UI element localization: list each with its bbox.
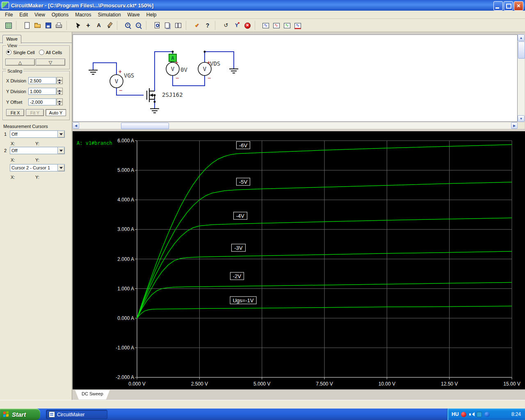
transistor-label: 2SJ162 xyxy=(162,91,183,98)
fit-x-button[interactable]: Fit X xyxy=(6,109,24,116)
scroll-up-icon[interactable]: ▲ xyxy=(518,34,525,41)
junction-button[interactable] xyxy=(83,21,93,30)
zoom-out-button[interactable] xyxy=(134,21,144,30)
wave-a-button[interactable] xyxy=(261,21,271,30)
stepper-up-icon[interactable] xyxy=(57,77,63,80)
cursor2-select[interactable]: Off xyxy=(10,147,65,154)
curve-label[interactable]: -6V xyxy=(236,141,250,149)
menu-item-options[interactable]: Options xyxy=(48,11,72,18)
language-indicator[interactable]: HU xyxy=(452,411,459,417)
stepper-down-icon[interactable] xyxy=(57,81,63,84)
vgs-source[interactable]: V + − VGS xyxy=(110,68,134,94)
restore-button[interactable] xyxy=(504,1,513,11)
wave-d-button[interactable] xyxy=(293,21,303,30)
tray-status-icon-2[interactable] xyxy=(477,412,482,417)
tray-status-icon-3[interactable] xyxy=(484,412,490,417)
curve-label[interactable]: -4V xyxy=(233,212,247,220)
find-button[interactable] xyxy=(152,21,162,30)
menu-item-file[interactable]: File xyxy=(2,11,16,18)
stepper-up-icon[interactable] xyxy=(57,98,63,102)
stop-button[interactable] xyxy=(242,21,252,30)
schematic-canvas[interactable]: V + − VGS A V + − 0V V + − xyxy=(73,34,518,122)
wave-b-button[interactable] xyxy=(272,21,281,30)
toolbar-separator xyxy=(117,21,121,30)
schematic-vertical-scrollbar[interactable]: ▲ ▼ xyxy=(518,34,525,122)
curve-label[interactable]: -5V xyxy=(236,178,250,185)
stepper-down-icon[interactable] xyxy=(57,91,63,95)
menu-item-macros[interactable]: Macros xyxy=(72,11,94,18)
vertical-scroll-thumb[interactable] xyxy=(518,41,525,59)
help-button[interactable] xyxy=(203,21,212,30)
horizontal-scroll-thumb[interactable] xyxy=(121,123,169,129)
curve-label[interactable]: Ugs=-1V xyxy=(230,296,256,304)
toolbar-separator xyxy=(255,21,259,30)
curve-label[interactable]: -2V xyxy=(230,272,244,280)
tab-wave[interactable]: Wave xyxy=(2,35,21,43)
probe-button[interactable] xyxy=(232,21,242,30)
tab-dc-sweep[interactable]: DC Sweep xyxy=(75,390,110,399)
scroll-down-icon[interactable]: ▼ xyxy=(518,115,525,122)
run-icon xyxy=(193,22,201,29)
all-cells-radio[interactable] xyxy=(39,50,44,55)
new-button[interactable] xyxy=(22,21,32,30)
open-button[interactable] xyxy=(33,21,43,30)
tray-status-icon-1[interactable] xyxy=(461,412,466,417)
sheet-tab-strip: DC Sweep xyxy=(73,389,525,400)
chevron-down-icon[interactable] xyxy=(57,164,64,171)
ground-symbol[interactable] xyxy=(89,69,238,113)
zoom-in-button[interactable] xyxy=(123,21,133,30)
reset-button[interactable] xyxy=(221,21,231,30)
print-button[interactable] xyxy=(54,21,64,30)
minimize-button[interactable] xyxy=(493,1,503,11)
board-button[interactable] xyxy=(4,21,14,30)
chevron-down-icon[interactable] xyxy=(57,147,64,154)
save-button[interactable] xyxy=(43,21,53,30)
menu-item-simulation[interactable]: Simulation xyxy=(95,11,124,18)
y-tick-label: 6.000 A xyxy=(73,138,134,144)
browse-button[interactable] xyxy=(163,21,173,30)
plus-mark: + xyxy=(119,68,122,75)
scroll-left-icon[interactable]: ◀ xyxy=(73,122,79,129)
curve-label[interactable]: -3V xyxy=(231,244,245,252)
toolbar-separator xyxy=(16,21,20,30)
plus-mark: + xyxy=(175,59,178,66)
text-button[interactable] xyxy=(94,21,104,30)
system-tray: HU 8:24 xyxy=(447,409,525,420)
volume-icon[interactable] xyxy=(469,412,474,417)
close-button[interactable] xyxy=(514,1,523,11)
wire-button[interactable] xyxy=(105,21,114,30)
wave-c-button[interactable] xyxy=(282,21,292,30)
menu-item-edit[interactable]: Edit xyxy=(16,11,31,18)
cursor-diff-select[interactable]: Cursor 2 - Cursor 1 xyxy=(10,164,65,171)
chevron-down-icon[interactable] xyxy=(57,131,64,137)
menu-item-wave[interactable]: Wave xyxy=(124,11,143,18)
start-button[interactable]: Start xyxy=(0,409,40,420)
single-cell-radio[interactable] xyxy=(6,50,11,55)
pmos-transistor[interactable] xyxy=(147,88,155,102)
x-division-input[interactable] xyxy=(28,77,56,84)
clock[interactable]: 8:24 xyxy=(511,411,521,417)
ammeter-source[interactable]: V + − 0V xyxy=(166,59,187,81)
taskbar-item-circuitmaker[interactable]: CircuitMaker xyxy=(46,410,107,419)
split-icon xyxy=(175,22,182,29)
schematic-horizontal-scrollbar[interactable]: ◀ ▶ xyxy=(73,122,518,129)
fit-y-button[interactable]: Fit Y xyxy=(26,109,44,116)
stepper-down-icon[interactable] xyxy=(57,102,63,105)
run-button[interactable] xyxy=(192,21,202,30)
auto-y-button[interactable]: Auto Y xyxy=(46,109,66,116)
vds-source[interactable]: V + − VDS xyxy=(198,59,220,81)
split-button[interactable] xyxy=(173,21,183,30)
y-offset-input[interactable] xyxy=(28,98,56,105)
scroll-down-button[interactable]: ▽ xyxy=(36,59,65,66)
menu-item-help[interactable]: Help xyxy=(143,11,160,18)
cursor-button[interactable] xyxy=(73,21,82,30)
cursor1-select[interactable]: Off xyxy=(10,130,65,138)
scroll-right-icon[interactable]: ▶ xyxy=(511,122,518,129)
stepper-up-icon[interactable] xyxy=(57,88,63,91)
y-division-input[interactable] xyxy=(28,88,56,95)
waveform-plot[interactable]: A: v1#branch 6.000 A5.000 A4.000 A3.000 … xyxy=(73,131,525,389)
menu-item-view[interactable]: View xyxy=(31,11,48,18)
view-legend: View xyxy=(6,43,18,48)
scroll-up-button[interactable]: △ xyxy=(5,59,35,66)
x-tick-label: 5.000 V xyxy=(245,381,279,387)
